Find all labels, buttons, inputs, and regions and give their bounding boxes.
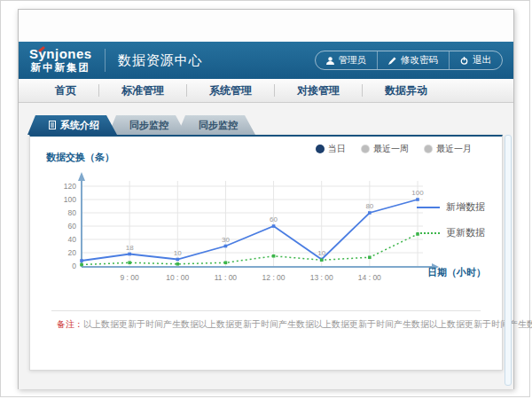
- page-title: 数据资源中心: [118, 52, 203, 69]
- filter-last-week[interactable]: 最近一周: [362, 143, 409, 155]
- edit-icon: [388, 57, 396, 65]
- note-divider: [51, 310, 481, 311]
- svg-text:60: 60: [68, 222, 77, 231]
- change-password-button[interactable]: 修改密码: [377, 51, 449, 69]
- tab-label: 系统介绍: [60, 115, 99, 135]
- nav-item-interface-management[interactable]: 对接管理: [274, 84, 362, 97]
- tab-bar: 系统介绍 同步监控 同步监控: [27, 115, 513, 135]
- change-password-label: 修改密码: [401, 54, 438, 66]
- svg-text:13 : 00: 13 : 00: [310, 273, 333, 282]
- svg-text:10: 10: [174, 249, 182, 257]
- filter-label: 最近一周: [373, 143, 409, 155]
- legend-label: 更新数据: [446, 226, 485, 239]
- radio-icon: [317, 145, 324, 153]
- power-icon: [460, 57, 468, 65]
- svg-text:120: 120: [64, 182, 76, 191]
- footer-note: 备注：以上数据更新于时间产生数据以上数据更新于时间产生数据以上数据更新于时间产生…: [57, 318, 532, 331]
- x-axis-title: 日期（小时）: [427, 266, 486, 279]
- svg-text:10 : 00: 10 : 00: [166, 273, 189, 282]
- chart-legend: 新增数据 更新数据: [417, 200, 485, 252]
- nav-item-data-change[interactable]: 数据异动: [362, 84, 450, 97]
- content-scrollbar[interactable]: [505, 135, 512, 386]
- legend-label: 新增数据: [446, 200, 485, 214]
- user-name: 管理员: [339, 54, 367, 66]
- svg-text:14 : 00: 14 : 00: [358, 273, 381, 282]
- svg-text:100: 100: [64, 195, 76, 204]
- logo-secondary: 新中新集团: [31, 62, 91, 74]
- svg-text:11 : 00: 11 : 00: [215, 273, 238, 282]
- window-chrome: [19, 10, 513, 42]
- tab-label: 同步监控: [129, 115, 168, 135]
- logo: Synjones 新中新集团: [29, 47, 92, 73]
- time-range-filters: 当日 最近一周 最近一月: [317, 143, 472, 155]
- user-menu: 管理员 修改密码 退出: [315, 51, 504, 70]
- note-label: 备注：: [57, 319, 83, 329]
- header-divider: [105, 49, 106, 72]
- svg-text:100: 100: [411, 189, 424, 197]
- legend-item-new-data[interactable]: 新增数据: [417, 200, 485, 214]
- svg-text:80: 80: [365, 202, 373, 210]
- svg-text:12 : 00: 12 : 00: [262, 273, 286, 282]
- app-header: Synjones 新中新集团 数据资源中心 管理员 修改密码: [19, 42, 513, 79]
- solid-line-icon: [417, 207, 440, 208]
- svg-text:20: 20: [68, 248, 77, 257]
- radio-icon: [362, 145, 369, 153]
- svg-text:9 : 00: 9 : 00: [121, 273, 140, 282]
- chart-panel: 当日 最近一周 最近一月 数据交换（条） 0204060801001209 : …: [29, 135, 503, 371]
- svg-text:40: 40: [68, 235, 77, 244]
- y-axis-title: 数据交换（条）: [46, 151, 114, 164]
- svg-text:30: 30: [222, 236, 230, 244]
- logout-button[interactable]: 退出: [449, 51, 502, 69]
- svg-text:80: 80: [68, 208, 77, 217]
- dotted-line-icon: [417, 232, 440, 234]
- app-window: Synjones 新中新集团 数据资源中心 管理员 修改密码: [18, 9, 514, 389]
- tab-label: 同步监控: [199, 115, 238, 135]
- logout-label: 退出: [473, 54, 491, 66]
- filter-label: 最近一月: [436, 143, 472, 155]
- tab-system-intro[interactable]: 系统介绍: [27, 115, 117, 135]
- filter-label: 当日: [328, 143, 346, 155]
- document-icon: [49, 121, 56, 129]
- content-area: 系统介绍 同步监控 同步监控 当日 最近一周: [19, 103, 513, 389]
- radio-icon: [425, 145, 432, 153]
- user-account-button[interactable]: 管理员: [316, 51, 378, 69]
- svg-text:60: 60: [270, 215, 278, 223]
- tab-sync-monitor-1[interactable]: 同步监控: [108, 115, 186, 135]
- page: Synjones 新中新集团 数据资源中心 管理员 修改密码: [0, 0, 530, 397]
- nav-item-home[interactable]: 首页: [33, 84, 98, 97]
- nav-item-standard-management[interactable]: 标准管理: [98, 84, 186, 97]
- line-chart: 0204060801001209 : 0010 : 0011 : 0012 : …: [51, 167, 459, 287]
- filter-last-month[interactable]: 最近一月: [425, 143, 472, 155]
- user-icon: [326, 57, 334, 65]
- note-text: 以上数据更新于时间产生数据以上数据更新于时间产生数据以上数据更新于时间产生数据以…: [83, 319, 532, 329]
- svg-text:18: 18: [126, 244, 134, 252]
- filter-today[interactable]: 当日: [317, 143, 346, 155]
- svg-text:10: 10: [317, 249, 325, 257]
- tab-sync-monitor-2[interactable]: 同步监控: [177, 115, 255, 135]
- svg-text:0: 0: [72, 262, 76, 270]
- nav-item-system-management[interactable]: 系统管理: [186, 84, 274, 97]
- main-nav: 首页 标准管理 系统管理 对接管理 数据异动: [19, 79, 513, 103]
- legend-item-updated-data[interactable]: 更新数据: [417, 226, 485, 239]
